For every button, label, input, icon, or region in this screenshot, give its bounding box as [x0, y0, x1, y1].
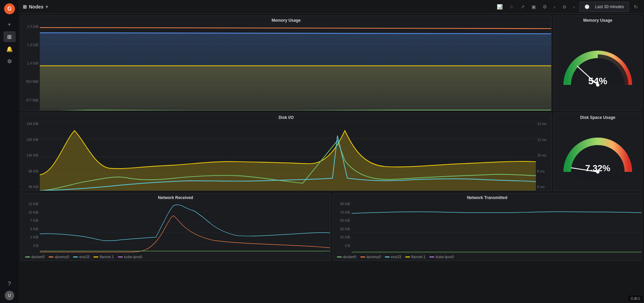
refresh-button[interactable]: ↻	[632, 3, 640, 11]
y-label-0: 2.3 GiB	[22, 25, 38, 29]
disk-y-axis-right: 14 ms 12 ms 10 ms 8 ms 6 ms 4 ms	[536, 121, 551, 191]
memory-chart-svg: 00:18 00:20 00:22 00:24 00:26 00:28 00:3…	[40, 23, 551, 111]
net-recv-svg: 00:18 00:20 00:22 00:24 00:26 00:28 00:3…	[40, 201, 330, 254]
y-label-1: 1.9 GiB	[22, 43, 38, 47]
network-transmitted-title: Network Transmitted	[333, 193, 642, 201]
net-trans-legend: docker0 dummy0 ens33 flannel.1	[333, 254, 642, 261]
topbar: ⊞ Nodes ▾ 📊 ☆ ↗ ▣ ⚙ ‹ ⊖ › 🕐 Last 30 minu…	[19, 0, 644, 14]
memory-usage-title: Memory Usage	[21, 16, 551, 23]
network-row: Network Received 12 KiB 10 KiB 7 KiB 5 K…	[21, 193, 642, 261]
y-label-2: 1.4 GiB	[22, 61, 38, 65]
disk-y-axis-left: 244 KiB 195 KiB 146 KiB 98 KiB 49 KiB 0 …	[21, 121, 40, 191]
legend-ens33-trans: ens33	[385, 255, 401, 259]
legend-ens33-recv: ens33	[73, 255, 89, 259]
star-button[interactable]: ☆	[507, 3, 516, 11]
memory-y-axis: 2.3 GiB 1.9 GiB 1.4 GiB 954 MiB 477 MiB …	[21, 23, 40, 111]
net-recv-y-axis: 12 KiB 10 KiB 7 KiB 5 KiB 2 KiB 0 B	[21, 201, 40, 254]
net-recv-chart-wrapper: 12 KiB 10 KiB 7 KiB 5 KiB 2 KiB 0 B	[21, 201, 330, 254]
config-icon[interactable]: ⚙	[3, 56, 16, 67]
disk-gauge-svg: 7.32%	[560, 131, 635, 180]
net-recv-legend: docker0 dummy0 ens33 flannel.1	[21, 254, 330, 261]
memory-gauge-svg: 54%	[560, 41, 635, 93]
memory-gauge-panel: Memory Usage	[554, 16, 642, 111]
legend-docker0-recv: docker0	[25, 255, 45, 259]
time-range-label: Last 30 minutes	[593, 3, 626, 11]
network-received-title: Network Received	[21, 193, 330, 201]
network-received-panel: Network Received 12 KiB 10 KiB 7 KiB 5 K…	[21, 193, 331, 261]
disk-io-chart-wrapper: 244 KiB 195 KiB 146 KiB 98 KiB 49 KiB 0 …	[21, 121, 551, 191]
net-trans-chart-wrapper: 98 KiB 78 KiB 59 KiB 39 KiB 20 KiB 0 B	[333, 201, 642, 254]
help-icon[interactable]: ?	[3, 279, 16, 289]
app-logo[interactable]: G	[3, 3, 16, 15]
dashboards-icon[interactable]: ⊞	[3, 31, 16, 42]
alerts-icon[interactable]: 🔔	[3, 43, 16, 54]
legend-docker0-trans: docker0	[337, 255, 356, 259]
clock-icon: 🕐	[582, 3, 592, 11]
net-recv-chart-area: 00:18 00:20 00:22 00:24 00:26 00:28 00:3…	[40, 201, 330, 254]
memory-chart-area: 00:18 00:20 00:22 00:24 00:26 00:28 00:3…	[40, 23, 551, 111]
disk-gauge-title: Disk Space Usage	[554, 113, 642, 121]
svg-text:7.32%: 7.32%	[585, 163, 610, 173]
page-title: ⊞ Nodes ▾	[23, 4, 48, 10]
next-button[interactable]: ›	[571, 3, 577, 11]
grid-icon: ⊞	[23, 4, 27, 10]
user-avatar[interactable]: U	[5, 291, 14, 300]
legend-kube-trans: kube-ipvs0	[429, 255, 454, 259]
net-trans-chart-area: 00:18 00:20 00:22 00:24 00:26 00:28 00:3…	[352, 201, 642, 254]
disk-io-panel: Disk I/O 244 KiB 195 KiB 146 KiB 98 KiB …	[21, 113, 552, 191]
time-range-picker[interactable]: 🕐 Last 30 minutes	[579, 2, 629, 12]
net-trans-y-axis: 98 KiB 78 KiB 59 KiB 39 KiB 20 KiB 0 B	[333, 201, 352, 254]
settings-button[interactable]: ⚙	[541, 3, 549, 11]
topbar-actions: 📊 ☆ ↗ ▣ ⚙ ‹ ⊖ › 🕐 Last 30 minutes ↻	[495, 2, 640, 12]
legend-flannel-trans: flannel.1	[405, 255, 426, 259]
y-label-3: 954 MiB	[22, 80, 38, 84]
legend-dummy0-recv: dummy0	[49, 255, 69, 259]
sidebar: G + ⊞ 🔔 ⚙ ? U	[0, 0, 19, 303]
disk-io-chart-area: 00:18 00:20 00:22 00:24 00:26 00:28 00:3…	[40, 121, 536, 191]
share-button[interactable]: ↗	[519, 3, 527, 11]
y-label-4: 477 MiB	[22, 99, 38, 102]
memory-usage-panel: Memory Usage 2.3 GiB 1.9 GiB 1.4 GiB 954…	[21, 16, 552, 111]
disk-gauge-content: 7.32%	[554, 121, 642, 191]
add-panel-icon[interactable]: +	[3, 19, 16, 30]
legend-flannel-recv: flannel.1	[94, 255, 114, 259]
title-text: Nodes	[29, 4, 44, 10]
svg-text:54%: 54%	[588, 76, 607, 86]
dropdown-icon[interactable]: ▾	[46, 4, 48, 10]
memory-chart-wrapper: 2.3 GiB 1.9 GiB 1.4 GiB 954 MiB 477 MiB …	[21, 23, 551, 111]
legend-dummy0-trans: dummy0	[360, 255, 381, 259]
disk-io-svg: 00:18 00:20 00:22 00:24 00:26 00:28 00:3…	[40, 121, 536, 191]
network-transmitted-panel: Network Transmitted 98 KiB 78 KiB 59 KiB…	[333, 193, 642, 261]
net-trans-svg: 00:18 00:20 00:22 00:24 00:26 00:28 00:3…	[352, 201, 642, 254]
dashboard-grid: Memory Usage 2.3 GiB 1.9 GiB 1.4 GiB 954…	[19, 14, 644, 303]
memory-gauge-title: Memory Usage	[554, 16, 642, 23]
main-content: ⊞ Nodes ▾ 📊 ☆ ↗ ▣ ⚙ ‹ ⊖ › 🕐 Last 30 minu…	[19, 0, 644, 303]
memory-gauge-content: 54%	[554, 23, 642, 110]
bar-chart-button[interactable]: 📊	[495, 3, 505, 11]
svg-text:G: G	[7, 6, 11, 12]
disk-io-title: Disk I/O	[21, 113, 551, 121]
zoom-out-button[interactable]: ⊖	[560, 3, 569, 11]
monitor-button[interactable]: ▣	[529, 3, 538, 11]
prev-button[interactable]: ‹	[552, 3, 558, 11]
legend-kube-recv: kube-ipvs0	[118, 255, 142, 259]
disk-gauge-panel: Disk Space Usage	[554, 113, 642, 191]
